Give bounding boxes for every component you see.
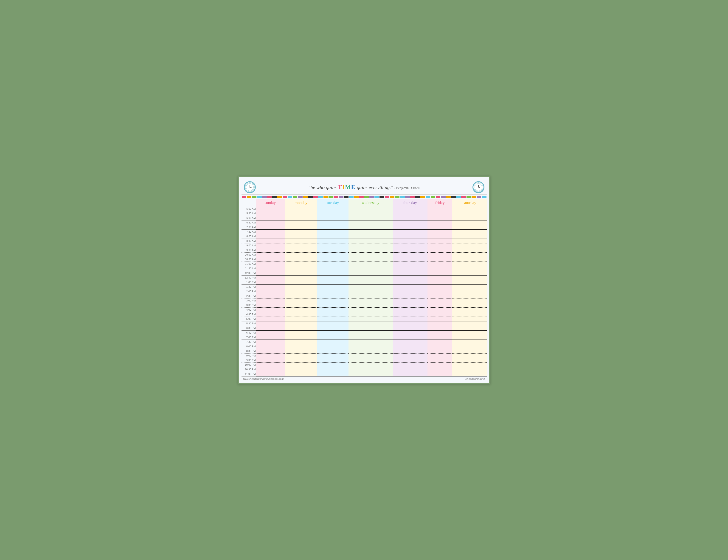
schedule-cell[interactable] [285,353,317,358]
schedule-cell[interactable] [393,293,428,298]
schedule-cell[interactable] [427,349,452,353]
schedule-cell[interactable] [317,358,349,362]
schedule-cell[interactable] [427,275,452,280]
schedule-cell[interactable] [256,307,285,312]
schedule-cell[interactable] [427,257,452,262]
schedule-cell[interactable] [256,207,285,211]
schedule-cell[interactable] [285,253,317,257]
schedule-cell[interactable] [427,362,452,367]
schedule-cell[interactable] [349,280,393,284]
schedule-cell[interactable] [452,312,486,316]
schedule-cell[interactable] [317,211,349,216]
schedule-cell[interactable] [317,339,349,344]
schedule-cell[interactable] [427,303,452,307]
schedule-cell[interactable] [427,248,452,253]
schedule-cell[interactable] [393,335,428,339]
schedule-cell[interactable] [317,207,349,211]
schedule-cell[interactable] [452,234,486,239]
schedule-cell[interactable] [256,335,285,339]
schedule-cell[interactable] [452,293,486,298]
schedule-cell[interactable] [256,344,285,349]
schedule-cell[interactable] [317,321,349,326]
schedule-cell[interactable] [317,239,349,243]
schedule-cell[interactable] [285,312,317,316]
schedule-cell[interactable] [393,312,428,316]
schedule-cell[interactable] [427,262,452,266]
schedule-cell[interactable] [349,344,393,349]
schedule-cell[interactable] [256,349,285,353]
schedule-cell[interactable] [452,316,486,321]
schedule-cell[interactable] [393,330,428,335]
schedule-cell[interactable] [256,316,285,321]
schedule-cell[interactable] [317,289,349,293]
schedule-cell[interactable] [427,289,452,293]
schedule-cell[interactable] [452,344,486,349]
schedule-cell[interactable] [427,316,452,321]
schedule-cell[interactable] [285,326,317,330]
schedule-cell[interactable] [452,307,486,312]
schedule-cell[interactable] [317,271,349,275]
schedule-cell[interactable] [349,293,393,298]
schedule-cell[interactable] [427,207,452,211]
schedule-cell[interactable] [349,275,393,280]
schedule-cell[interactable] [427,293,452,298]
schedule-cell[interactable] [393,316,428,321]
schedule-cell[interactable] [427,298,452,303]
schedule-cell[interactable] [393,253,428,257]
schedule-cell[interactable] [285,367,317,372]
schedule-cell[interactable] [285,284,317,289]
schedule-cell[interactable] [256,372,285,376]
schedule-cell[interactable] [452,326,486,330]
schedule-cell[interactable] [256,303,285,307]
schedule-cell[interactable] [285,307,317,312]
schedule-cell[interactable] [349,207,393,211]
schedule-cell[interactable] [317,280,349,284]
schedule-cell[interactable] [317,220,349,225]
schedule-cell[interactable] [317,344,349,349]
schedule-cell[interactable] [393,344,428,349]
schedule-cell[interactable] [256,321,285,326]
schedule-cell[interactable] [349,362,393,367]
schedule-cell[interactable] [393,367,428,372]
schedule-cell[interactable] [393,353,428,358]
schedule-cell[interactable] [256,358,285,362]
schedule-cell[interactable] [317,326,349,330]
schedule-cell[interactable] [452,358,486,362]
schedule-cell[interactable] [349,316,393,321]
schedule-cell[interactable] [349,335,393,339]
schedule-cell[interactable] [393,362,428,367]
schedule-cell[interactable] [427,280,452,284]
schedule-cell[interactable] [256,234,285,239]
schedule-cell[interactable] [256,284,285,289]
schedule-cell[interactable] [452,339,486,344]
schedule-cell[interactable] [285,220,317,225]
schedule-cell[interactable] [452,253,486,257]
schedule-cell[interactable] [256,262,285,266]
schedule-cell[interactable] [427,230,452,234]
schedule-cell[interactable] [349,339,393,344]
schedule-cell[interactable] [452,207,486,211]
schedule-cell[interactable] [317,257,349,262]
schedule-cell[interactable] [317,307,349,312]
schedule-cell[interactable] [393,358,428,362]
schedule-cell[interactable] [285,225,317,230]
schedule-cell[interactable] [256,239,285,243]
schedule-cell[interactable] [427,243,452,248]
schedule-cell[interactable] [452,216,486,220]
schedule-cell[interactable] [427,372,452,376]
schedule-cell[interactable] [349,253,393,257]
schedule-cell[interactable] [393,257,428,262]
schedule-cell[interactable] [285,344,317,349]
schedule-cell[interactable] [256,367,285,372]
schedule-cell[interactable] [452,353,486,358]
schedule-cell[interactable] [427,344,452,349]
schedule-cell[interactable] [285,243,317,248]
schedule-cell[interactable] [285,248,317,253]
schedule-cell[interactable] [349,284,393,289]
schedule-cell[interactable] [285,234,317,239]
schedule-cell[interactable] [285,330,317,335]
schedule-cell[interactable] [393,225,428,230]
schedule-cell[interactable] [256,275,285,280]
schedule-cell[interactable] [256,312,285,316]
schedule-cell[interactable] [452,262,486,266]
